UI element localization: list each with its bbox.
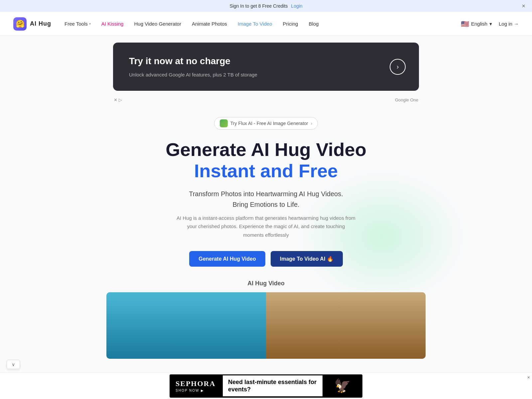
chevron-down-icon: ▾: [489, 21, 492, 27]
hero-section: Try Flux AI - Free AI Image Generator › …: [0, 104, 532, 369]
ad-next-button[interactable]: ›: [390, 59, 406, 75]
ad-subtitle: Unlock advanced Google AI features, plus…: [129, 72, 403, 77]
nav-blog[interactable]: Blog: [309, 21, 319, 27]
nav-pricing[interactable]: Pricing: [283, 21, 298, 27]
nav-image-to-video[interactable]: Image To Video: [238, 21, 272, 27]
flux-logo-icon: [220, 119, 228, 127]
flux-badge[interactable]: Try Flux AI - Free AI Image Generator ›: [214, 117, 318, 130]
hero-description: AI Hug is a instant-access platform that…: [176, 214, 356, 239]
language-label: English: [471, 21, 487, 27]
hero-heading-line1: Generate AI Hug Video: [166, 139, 366, 160]
video-preview-right: [266, 292, 426, 359]
nav-ai-kissing[interactable]: AI Kissing: [101, 21, 124, 27]
top-banner: Sign In to get 8 Free Credits Login ×: [0, 0, 532, 12]
image-to-video-button[interactable]: Image To Video AI 🔥: [271, 251, 343, 267]
chevron-right-icon: ›: [311, 121, 313, 126]
nav-right: 🇺🇸 English ▾ Log in →: [461, 20, 519, 28]
flux-badge-label: Try Flux AI - Free AI Image Generator: [230, 121, 308, 126]
hero-heading: Generate AI Hug Video Instant and Free: [7, 139, 525, 182]
video-preview-strip: [106, 292, 426, 359]
ad-controls[interactable]: ✕ ▷: [114, 97, 122, 102]
nav-hug-video-generator[interactable]: Hug Video Generator: [134, 21, 181, 27]
ad-title: Try it now at no charge: [129, 56, 403, 66]
video-preview-left: [106, 292, 266, 359]
logo-icon: 🤗: [13, 17, 27, 31]
logo-text: AI Hug: [30, 20, 51, 27]
scroll-indicator[interactable]: ∨: [7, 360, 20, 369]
nav-links: Free Tools ▾ AI Kissing Hug Video Genera…: [65, 21, 461, 27]
flag-icon: 🇺🇸: [461, 20, 469, 28]
ad-provider: Google One: [395, 97, 418, 102]
chevron-down-icon: ▾: [89, 22, 91, 26]
hero-subtitle: Transform Photos into Heartwarming AI Hu…: [7, 189, 525, 210]
hero-heading-line2: Instant and Free: [194, 160, 338, 181]
nav-free-tools[interactable]: Free Tools ▾: [65, 21, 91, 27]
ad-banner: Try it now at no charge Unlock advanced …: [113, 43, 419, 91]
navigation: 🤗 AI Hug Free Tools ▾ AI Kissing Hug Vid…: [0, 12, 532, 36]
nav-animate-photos[interactable]: Animate Photos: [192, 21, 227, 27]
banner-message: Sign In to get 8 Free Credits: [229, 3, 288, 9]
ad-meta: ✕ ▷ Google One: [113, 97, 419, 102]
hero-buttons: Generate AI Hug Video Image To Video AI …: [7, 251, 525, 267]
login-button[interactable]: Log in →: [499, 21, 519, 27]
chevron-down-icon: ∨: [12, 362, 15, 367]
video-section-label: AI Hug Video: [7, 280, 525, 287]
banner-login-link[interactable]: Login: [291, 3, 302, 9]
banner-close-button[interactable]: ×: [522, 3, 525, 10]
language-selector[interactable]: 🇺🇸 English ▾: [461, 20, 492, 28]
generate-hug-video-button[interactable]: Generate AI Hug Video: [189, 251, 265, 267]
logo[interactable]: 🤗 AI Hug: [13, 17, 51, 31]
